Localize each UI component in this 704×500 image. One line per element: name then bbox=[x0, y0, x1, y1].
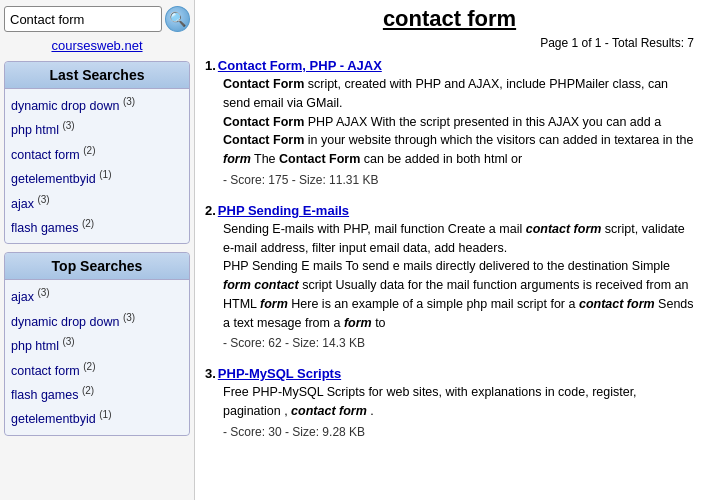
result-item: 3.PHP-MySQL ScriptsFree PHP-MySQL Script… bbox=[205, 366, 694, 441]
top-searches-items: ajax (3)dynamic drop down (3)php html (3… bbox=[5, 280, 189, 434]
last-search-item[interactable]: dynamic drop down (3) bbox=[11, 93, 183, 117]
result-number: 3. bbox=[205, 366, 216, 381]
top-search-item[interactable]: flash games (2) bbox=[11, 382, 183, 406]
result-body: Sending E-mails with PHP, mail function … bbox=[223, 220, 694, 333]
page-title: contact form bbox=[205, 6, 694, 32]
top-search-item[interactable]: ajax (3) bbox=[11, 284, 183, 308]
result-number: 2. bbox=[205, 203, 216, 218]
result-title[interactable]: PHP-MySQL Scripts bbox=[218, 366, 341, 381]
result-score: - Score: 62 - Size: 14.3 KB bbox=[223, 334, 694, 352]
top-search-item[interactable]: getelementbyid (1) bbox=[11, 406, 183, 430]
result-score: - Score: 175 - Size: 11.31 KB bbox=[223, 171, 694, 189]
result-body: Free PHP-MySQL Scripts for web sites, wi… bbox=[223, 383, 694, 421]
search-input[interactable] bbox=[4, 6, 162, 32]
last-search-item[interactable]: getelementbyid (1) bbox=[11, 166, 183, 190]
main-content: contact form Page 1 of 1 - Total Results… bbox=[195, 0, 704, 500]
last-searches-items: dynamic drop down (3)php html (3)contact… bbox=[5, 89, 189, 243]
result-number: 1. bbox=[205, 58, 216, 73]
last-search-item[interactable]: flash games (2) bbox=[11, 215, 183, 239]
coursweb-link[interactable]: coursesweb.net bbox=[4, 38, 190, 53]
top-searches-title: Top Searches bbox=[5, 253, 189, 280]
results-list: 1.Contact Form, PHP - AJAXContact Form s… bbox=[205, 58, 694, 441]
search-button[interactable]: 🔍 bbox=[165, 6, 190, 32]
results-meta: Page 1 of 1 - Total Results: 7 bbox=[205, 36, 694, 50]
last-search-item[interactable]: ajax (3) bbox=[11, 191, 183, 215]
last-search-item[interactable]: php html (3) bbox=[11, 117, 183, 141]
last-searches-title: Last Searches bbox=[5, 62, 189, 89]
search-bar: 🔍 bbox=[4, 6, 190, 32]
result-item: 2.PHP Sending E-mailsSending E-mails wit… bbox=[205, 203, 694, 353]
result-title[interactable]: PHP Sending E-mails bbox=[218, 203, 349, 218]
search-icon: 🔍 bbox=[169, 11, 186, 27]
top-search-item[interactable]: dynamic drop down (3) bbox=[11, 309, 183, 333]
result-title[interactable]: Contact Form, PHP - AJAX bbox=[218, 58, 382, 73]
top-search-item[interactable]: contact form (2) bbox=[11, 358, 183, 382]
sidebar: 🔍 coursesweb.net Last Searches dynamic d… bbox=[0, 0, 195, 500]
result-score: - Score: 30 - Size: 9.28 KB bbox=[223, 423, 694, 441]
result-item: 1.Contact Form, PHP - AJAXContact Form s… bbox=[205, 58, 694, 189]
top-search-item[interactable]: php html (3) bbox=[11, 333, 183, 357]
last-search-item[interactable]: contact form (2) bbox=[11, 142, 183, 166]
last-searches-section: Last Searches dynamic drop down (3)php h… bbox=[4, 61, 190, 244]
result-body: Contact Form script, created with PHP an… bbox=[223, 75, 694, 169]
top-searches-section: Top Searches ajax (3)dynamic drop down (… bbox=[4, 252, 190, 435]
